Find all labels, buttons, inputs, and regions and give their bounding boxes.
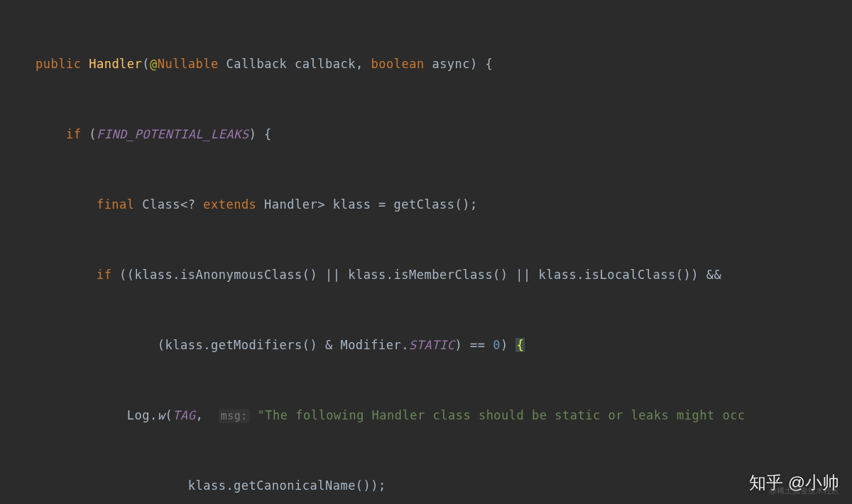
keyword-if: if: [97, 268, 111, 282]
constant: FIND_POTENTIAL_LEAKS: [97, 127, 249, 141]
code-text: Log.: [127, 408, 158, 422]
keyword-extends: extends: [203, 197, 256, 212]
code-text: ((klass.isAnonymousClass() || klass.isMe…: [111, 268, 721, 282]
type: Callback: [226, 57, 287, 71]
constant-tag: TAG: [173, 408, 195, 422]
code-line[interactable]: public Handler(@Nullable Callback callba…: [36, 53, 852, 76]
paren: (: [142, 57, 150, 71]
code-text: klass.getCanonicalName());: [188, 478, 386, 493]
method-name: Handler: [89, 57, 142, 71]
keyword-public: public: [36, 57, 81, 71]
comma: ,: [356, 57, 371, 71]
code-line[interactable]: if ((klass.isAnonymousClass() || klass.i…: [36, 263, 852, 287]
keyword-boolean: boolean: [371, 57, 424, 71]
paren: ): [249, 127, 257, 141]
paren: (: [81, 127, 96, 141]
code-text: ) ==: [454, 338, 493, 352]
code-text: ): [501, 338, 515, 352]
code-editor[interactable]: public Handler(@Nullable Callback callba…: [0, 0, 852, 504]
keyword-final: final: [97, 197, 135, 212]
space: [250, 408, 258, 422]
code-line[interactable]: klass.getCanonicalName());: [36, 474, 852, 498]
code-text: Handler> klass = getClass();: [256, 197, 477, 212]
comma: ,: [196, 408, 219, 422]
parameter-hint: msg:: [219, 409, 250, 423]
annotation-nullable: Nullable: [158, 57, 219, 71]
param: callback: [295, 57, 356, 71]
code-line[interactable]: final Class<? extends Handler> klass = g…: [36, 193, 852, 217]
brace: {: [478, 57, 493, 71]
annotation-at: @: [150, 57, 158, 71]
code-line[interactable]: (klass.getModifiers() & Modifier.STATIC)…: [36, 334, 852, 357]
type: Class<?: [135, 197, 204, 212]
watermark-sub: @稀土掘金技术社区: [769, 479, 839, 503]
brace-match-open: {: [515, 338, 525, 352]
param: async: [432, 57, 470, 71]
code-line[interactable]: if (FIND_POTENTIAL_LEAKS) {: [36, 123, 852, 146]
code-line[interactable]: Log.w(TAG, msg: "The following Handler c…: [36, 404, 852, 427]
brace: {: [256, 127, 271, 141]
paren: ): [470, 57, 478, 71]
keyword-if: if: [66, 127, 81, 141]
string-literal: "The following Handler class should be s…: [258, 408, 746, 422]
method-call: w: [158, 408, 165, 422]
static-field: STATIC: [409, 338, 454, 352]
code-text: (klass.getModifiers() & Modifier.: [158, 338, 409, 352]
number-literal: 0: [493, 338, 501, 352]
paren: (: [165, 408, 173, 422]
